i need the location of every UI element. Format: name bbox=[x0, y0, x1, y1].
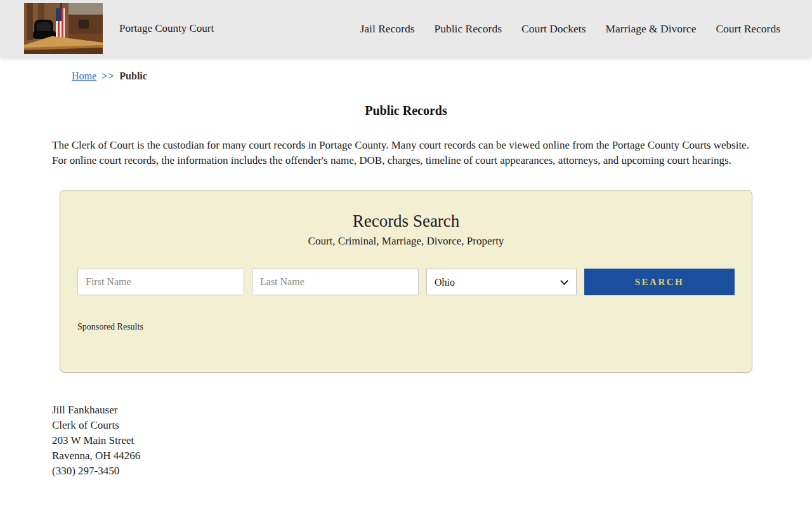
sponsored-results-note: Sponsored Results bbox=[77, 322, 735, 332]
main-nav: Jail Records Public Records Court Docket… bbox=[360, 0, 780, 57]
intro-paragraph: The Clerk of Court is the custodian for … bbox=[52, 138, 760, 168]
state-select[interactable]: Ohio bbox=[426, 269, 577, 295]
nav-public-records[interactable]: Public Records bbox=[435, 22, 502, 36]
courtroom-scene-image bbox=[24, 3, 103, 54]
clerk-contact-block: Jill Fankhauser Clerk of Courts 203 W Ma… bbox=[52, 403, 812, 479]
breadcrumb-home-link[interactable]: Home bbox=[72, 70, 96, 81]
records-search-subtitle: Court, Criminal, Marriage, Divorce, Prop… bbox=[77, 235, 735, 248]
last-name-input[interactable] bbox=[252, 269, 419, 295]
first-name-input[interactable] bbox=[77, 269, 244, 295]
records-search-title: Records Search bbox=[77, 211, 735, 231]
search-form-row: Ohio SEARCH bbox=[77, 269, 735, 295]
nav-court-dockets[interactable]: Court Dockets bbox=[521, 22, 586, 36]
state-select-wrap: Ohio bbox=[426, 269, 577, 295]
contact-name: Jill Fankhauser bbox=[52, 403, 812, 418]
contact-role: Clerk of Courts bbox=[52, 418, 812, 433]
breadcrumb: Home>>Public bbox=[72, 70, 812, 82]
contact-phone: (330) 297-3450 bbox=[52, 464, 812, 479]
page-title: Public Records bbox=[0, 104, 812, 118]
breadcrumb-current: Public bbox=[119, 70, 147, 81]
nav-marriage-divorce[interactable]: Marriage & Divorce bbox=[606, 22, 697, 36]
contact-city: Ravenna, OH 44266 bbox=[52, 448, 812, 464]
records-search-panel: Records Search Court, Criminal, Marriage… bbox=[60, 190, 752, 373]
search-button[interactable]: SEARCH bbox=[584, 269, 735, 295]
header: Portage County Court Jail Records Public… bbox=[0, 0, 812, 57]
site-title[interactable]: Portage County Court bbox=[119, 0, 214, 57]
nav-court-records[interactable]: Court Records bbox=[716, 22, 780, 36]
contact-street: 203 W Main Street bbox=[52, 433, 812, 448]
breadcrumb-separator: >> bbox=[102, 70, 114, 81]
nav-jail-records[interactable]: Jail Records bbox=[360, 22, 414, 36]
courtroom-photo-logo[interactable] bbox=[24, 3, 103, 54]
